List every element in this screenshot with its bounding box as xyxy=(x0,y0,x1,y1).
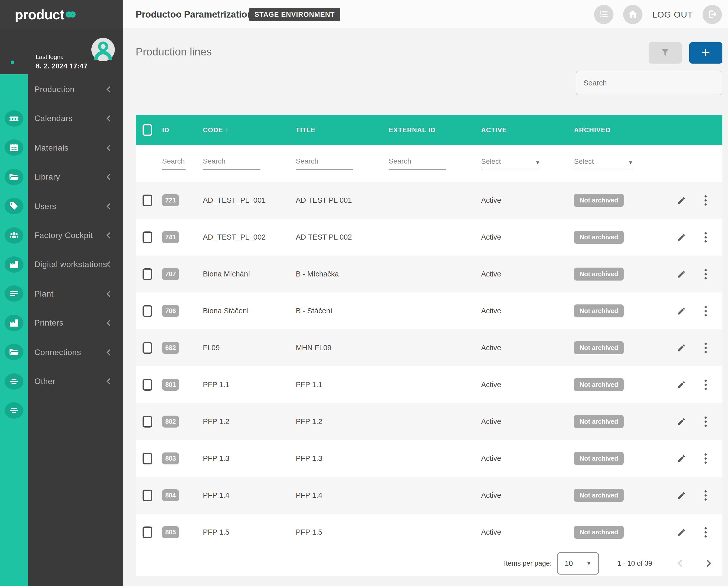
row-menu-button[interactable] xyxy=(704,195,707,206)
edit-button[interactable] xyxy=(677,307,686,316)
row-checkbox[interactable] xyxy=(143,379,152,391)
row-title: PFP 1.5 xyxy=(296,528,389,536)
row-archived-badge: Not archived xyxy=(574,194,624,207)
row-checkbox[interactable] xyxy=(143,453,152,464)
row-checkbox[interactable] xyxy=(143,194,152,206)
filter-title-input[interactable] xyxy=(296,157,353,170)
row-menu-button[interactable] xyxy=(704,343,707,353)
lines-center-icon[interactable] xyxy=(5,373,23,390)
column-header-code[interactable]: CODE↑ xyxy=(203,126,296,134)
pagination: Items per page: 10▼ 1 - 10 of 39 xyxy=(136,551,722,576)
row-title: PFP 1.2 xyxy=(296,417,389,426)
row-id-badge: 805 xyxy=(162,526,179,538)
page-size-select[interactable]: 10▼ xyxy=(557,552,599,575)
select-all-checkbox[interactable] xyxy=(143,124,152,136)
column-header-archived[interactable]: ARCHIVED xyxy=(574,126,676,134)
edit-button[interactable] xyxy=(677,417,686,426)
next-page-button[interactable] xyxy=(704,560,711,567)
previous-page-button[interactable] xyxy=(678,560,685,567)
row-checkbox[interactable] xyxy=(143,527,152,538)
tag-icon[interactable] xyxy=(5,198,23,214)
column-header-id[interactable]: ID xyxy=(162,126,203,134)
filter-external-id-input[interactable] xyxy=(389,157,446,170)
edit-button[interactable] xyxy=(677,196,686,205)
filter-active-select[interactable]: Select▼ xyxy=(481,157,540,169)
items-per-page-label: Items per page: xyxy=(504,560,552,567)
row-checkbox[interactable] xyxy=(143,268,152,280)
sidebar-item-plant[interactable]: Plant xyxy=(34,284,119,304)
row-menu-button[interactable] xyxy=(704,306,707,316)
sidebar-item-other[interactable]: Other xyxy=(34,371,119,392)
sidebar-item-connections[interactable]: Connections xyxy=(34,342,119,363)
edit-button[interactable] xyxy=(677,380,686,390)
logout-button[interactable] xyxy=(703,5,722,24)
row-id-badge: 741 xyxy=(162,231,179,243)
row-id-badge: 721 xyxy=(162,194,179,206)
sidebar-item-factory-cockpit[interactable]: Factory Cockpit xyxy=(34,225,119,245)
row-menu-button[interactable] xyxy=(704,416,707,427)
row-title: AD TEST PL 001 xyxy=(296,196,389,205)
edit-button[interactable] xyxy=(677,343,686,352)
sidebar-item-users[interactable]: Users xyxy=(34,196,119,216)
table-row: 721 AD_TEST_PL_001 AD TEST PL 001 Active… xyxy=(136,182,722,219)
table-row: 802 PFP 1.2 PFP 1.2 Active Not archived xyxy=(136,403,722,440)
row-active: Active xyxy=(481,196,574,205)
conveyor-icon[interactable] xyxy=(5,110,23,127)
edit-button[interactable] xyxy=(677,528,686,537)
row-menu-button[interactable] xyxy=(704,453,707,464)
users-icon[interactable] xyxy=(5,228,23,244)
row-checkbox[interactable] xyxy=(143,342,152,354)
lines-icon[interactable] xyxy=(5,285,23,302)
add-button[interactable]: + xyxy=(689,42,722,63)
edit-button[interactable] xyxy=(677,233,686,242)
logout-icon xyxy=(707,9,717,20)
sidebar-item-digital-workstations[interactable]: Digital workstations xyxy=(34,254,119,274)
environment-badge: STAGE ENVIRONMENT xyxy=(249,8,340,21)
avatar[interactable] xyxy=(92,38,115,61)
column-header-external-id[interactable]: EXTERNAL ID xyxy=(389,126,481,134)
filter-button[interactable] xyxy=(649,42,682,63)
sidebar-item-label: Other xyxy=(34,377,55,386)
sidebar-item-label: Materials xyxy=(34,143,69,153)
factory-icon[interactable] xyxy=(5,257,23,273)
list-menu-button[interactable] xyxy=(594,5,613,24)
folder-open-icon[interactable] xyxy=(5,169,23,185)
row-menu-button[interactable] xyxy=(704,490,707,501)
column-header-active[interactable]: ACTIVE xyxy=(481,126,574,134)
row-menu-button[interactable] xyxy=(704,232,707,243)
logo[interactable]: product xyxy=(0,0,123,29)
column-header-title[interactable]: TITLE xyxy=(296,126,389,134)
sidebar-item-library[interactable]: Library xyxy=(34,167,119,187)
row-archived-badge: Not archived xyxy=(574,341,624,354)
sidebar-item-materials[interactable]: Materials xyxy=(34,138,119,158)
row-checkbox[interactable] xyxy=(143,305,152,317)
logout-label[interactable]: LOG OUT xyxy=(652,10,693,20)
edit-button[interactable] xyxy=(677,454,686,463)
sidebar: Last login: 8. 2. 2024 17:47 xyxy=(0,29,123,586)
sidebar-item-printers[interactable]: Printers xyxy=(34,313,119,333)
home-icon xyxy=(627,9,638,20)
edit-button[interactable] xyxy=(677,270,686,279)
row-menu-button[interactable] xyxy=(704,379,707,390)
row-checkbox[interactable] xyxy=(143,232,152,243)
row-menu-button[interactable] xyxy=(704,527,707,538)
row-menu-button[interactable] xyxy=(704,269,707,279)
filter-archived-select[interactable]: Select▼ xyxy=(574,157,633,169)
folder-open-icon[interactable] xyxy=(5,344,23,360)
row-active: Active xyxy=(481,454,574,463)
row-checkbox[interactable] xyxy=(143,416,152,428)
filter-id-input[interactable] xyxy=(162,157,185,170)
edit-button[interactable] xyxy=(677,491,686,500)
home-button[interactable] xyxy=(623,5,643,24)
row-id-badge: 682 xyxy=(162,342,179,354)
sidebar-item-production[interactable]: Production xyxy=(34,79,119,100)
sidebar-item-calendars[interactable]: Calendars xyxy=(34,108,119,129)
filter-code-input[interactable] xyxy=(203,157,260,170)
search-input[interactable] xyxy=(576,71,722,95)
sidebar-item-label: Library xyxy=(34,172,60,182)
factory-icon[interactable] xyxy=(5,315,23,331)
row-title: MHN FL09 xyxy=(296,344,389,352)
lines-center-icon[interactable] xyxy=(5,402,23,419)
calendar-icon[interactable] xyxy=(5,139,23,156)
row-checkbox[interactable] xyxy=(143,489,152,501)
